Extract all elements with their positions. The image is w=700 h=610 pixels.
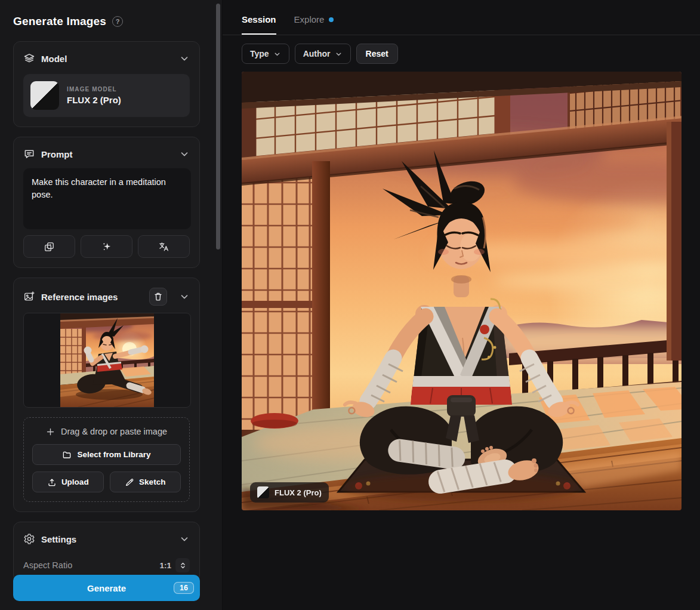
dice-icon <box>44 241 55 252</box>
reference-section-header: Reference images <box>23 288 190 306</box>
image-dropzone[interactable]: Drag & drop or paste image Select from L… <box>23 417 190 502</box>
clear-references-button[interactable] <box>149 288 167 306</box>
main-panel: Session Explore Type Author Reset <box>223 0 700 610</box>
gear-icon <box>23 533 35 545</box>
translate-prompt-button[interactable] <box>138 235 190 258</box>
model-section-label: Model <box>41 54 67 64</box>
random-prompt-button[interactable] <box>23 235 75 258</box>
tab-session-label: Session <box>242 14 276 24</box>
author-filter-button[interactable]: Author <box>295 44 351 64</box>
tab-explore-label: Explore <box>294 14 325 24</box>
filter-bar: Type Author Reset <box>223 44 700 64</box>
folder-icon <box>62 450 72 460</box>
prompt-section-label: Prompt <box>41 149 73 159</box>
generate-button[interactable]: Generate 16 <box>13 575 200 601</box>
reference-section-label: Reference images <box>41 292 118 302</box>
type-filter-button[interactable]: Type <box>242 44 289 64</box>
flux-logo <box>257 486 269 498</box>
sidebar-scrollbar[interactable] <box>216 4 220 249</box>
credits-badge: 16 <box>174 582 194 594</box>
reset-filters-button[interactable]: Reset <box>356 44 398 64</box>
model-kind-label: IMAGE MODEL <box>67 86 121 93</box>
prompt-section: Prompt Make this character in a meditati… <box>13 137 200 268</box>
pen-icon <box>125 477 134 487</box>
chevron-down-icon[interactable] <box>179 149 190 159</box>
up-down-chevrons-icon <box>178 561 187 570</box>
reference-section: Reference images <box>13 278 200 512</box>
chevron-down-icon[interactable] <box>179 534 190 544</box>
prompt-section-header[interactable]: Prompt <box>23 147 190 161</box>
dropzone-label: Drag & drop or paste image <box>61 427 167 436</box>
reference-image-thumbnail <box>60 313 154 407</box>
translate-icon <box>158 241 169 252</box>
page-title: Generate Images <box>13 15 106 28</box>
select-from-library-label: Select from Library <box>77 450 150 459</box>
sparkles-icon <box>101 241 112 252</box>
generated-image-art <box>242 72 682 510</box>
model-name: FLUX 2 (Pro) <box>67 95 121 105</box>
generated-image[interactable]: FLUX 2 (Pro) <box>242 72 682 510</box>
settings-section-label: Settings <box>41 534 76 544</box>
tab-explore[interactable]: Explore <box>294 14 334 35</box>
chevron-down-icon <box>273 50 281 58</box>
model-section-header[interactable]: Model <box>23 51 190 66</box>
chevron-down-icon[interactable] <box>179 291 190 302</box>
plus-icon <box>46 427 55 436</box>
author-filter-label: Author <box>303 49 331 58</box>
tab-bar: Session Explore <box>223 0 700 35</box>
upload-icon <box>47 477 57 487</box>
flux-logo <box>30 81 59 110</box>
tabs-divider <box>223 35 700 35</box>
trash-icon <box>153 292 163 301</box>
enhance-prompt-button[interactable] <box>81 235 132 258</box>
settings-section-header[interactable]: Settings <box>23 532 190 546</box>
aspect-ratio-value: 1:1 <box>159 561 171 570</box>
prompt-bubble-icon <box>23 148 35 160</box>
aspect-ratio-stepper[interactable] <box>175 558 190 572</box>
aspect-ratio-label: Aspect Ratio <box>23 560 72 570</box>
add-image-icon <box>23 291 35 303</box>
sketch-label: Sketch <box>139 477 165 486</box>
sidebar: Generate Images ? Model <box>0 0 223 610</box>
reference-image-container[interactable] <box>23 313 191 408</box>
layers-icon <box>23 53 35 64</box>
model-section: Model IMAGE MODEL FLUX 2 (Pro) <box>13 41 200 127</box>
model-selector[interactable]: IMAGE MODEL FLUX 2 (Pro) <box>23 74 190 117</box>
chevron-down-icon[interactable] <box>179 53 190 64</box>
upload-label: Upload <box>61 477 89 486</box>
chevron-down-icon <box>335 50 343 58</box>
explore-notification-dot <box>329 17 334 22</box>
prompt-input[interactable]: Make this character in a meditation pose… <box>23 168 191 229</box>
upload-button[interactable]: Upload <box>32 472 104 492</box>
aspect-ratio-row: Aspect Ratio 1:1 <box>23 558 190 572</box>
help-icon[interactable]: ? <box>112 16 123 27</box>
sketch-button[interactable]: Sketch <box>110 472 181 492</box>
generate-label: Generate <box>87 583 126 593</box>
select-from-library-button[interactable]: Select from Library <box>32 444 181 465</box>
image-model-badge-label: FLUX 2 (Pro) <box>275 488 322 497</box>
settings-section: Settings Aspect Ratio 1:1 <box>13 522 200 583</box>
type-filter-label: Type <box>250 49 269 58</box>
image-model-badge: FLUX 2 (Pro) <box>250 482 329 503</box>
app-root: Generate Images ? Model <box>0 0 700 610</box>
tab-session[interactable]: Session <box>242 14 276 35</box>
